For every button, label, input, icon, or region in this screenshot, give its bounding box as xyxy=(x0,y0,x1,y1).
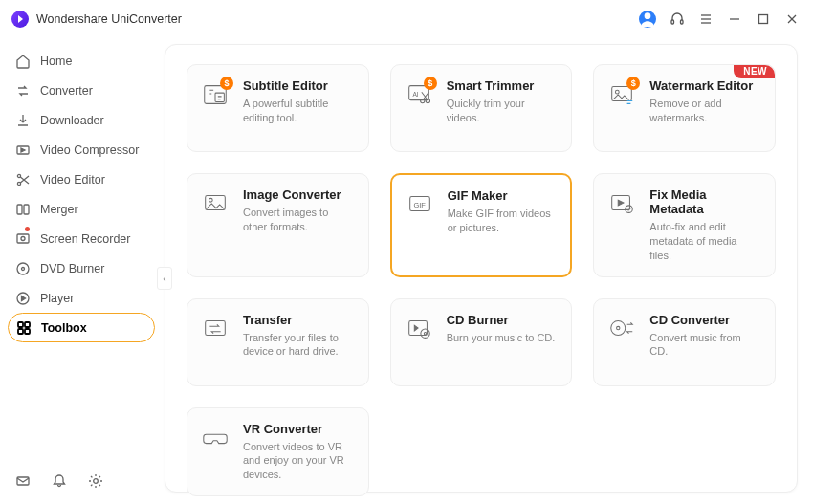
mail-icon[interactable] xyxy=(15,473,31,489)
tool-desc: Quickly trim your videos. xyxy=(447,97,557,125)
minimize-window-icon[interactable] xyxy=(727,11,742,27)
svg-rect-27 xyxy=(215,93,224,101)
toolbox-panel: ‹ $ Subtitle Editor A powerful subtitle … xyxy=(165,44,798,493)
svg-rect-21 xyxy=(25,322,30,327)
svg-rect-23 xyxy=(25,329,30,334)
svg-point-0 xyxy=(645,12,651,19)
svg-rect-15 xyxy=(17,234,29,243)
sidebar-item-downloader[interactable]: Downloader xyxy=(8,105,155,135)
svg-text:AI: AI xyxy=(412,91,418,98)
svg-rect-2 xyxy=(681,20,684,24)
sidebar-label: Video Editor xyxy=(40,173,105,186)
cd-converter-icon xyxy=(607,315,636,343)
new-badge: NEW xyxy=(734,65,775,78)
svg-point-42 xyxy=(421,329,429,338)
sidebar-item-recorder[interactable]: Screen Recorder xyxy=(8,224,155,253)
close-window-icon[interactable] xyxy=(784,11,800,27)
svg-rect-20 xyxy=(18,322,23,327)
watermark-icon: $ xyxy=(607,80,636,109)
tool-desc: Convert music from CD. xyxy=(649,331,759,360)
svg-rect-13 xyxy=(17,205,22,214)
tool-desc: Convert videos to VR and enjoy on your V… xyxy=(243,440,353,483)
svg-point-18 xyxy=(22,267,25,270)
recorder-icon xyxy=(15,231,31,247)
tool-title: Smart Trimmer xyxy=(447,78,557,93)
tool-desc: Remove or add watermarks. xyxy=(649,97,759,125)
sidebar-item-home[interactable]: Home xyxy=(8,46,155,76)
svg-rect-7 xyxy=(759,15,768,24)
scissors-icon xyxy=(15,172,31,187)
transfer-icon xyxy=(201,315,230,343)
sidebar-label: Player xyxy=(40,292,74,305)
maximize-window-icon[interactable] xyxy=(756,11,771,27)
sidebar-label: Home xyxy=(40,55,72,68)
tool-card-watermark-editor[interactable]: NEW $ Watermark Editor Remove or add wat… xyxy=(593,64,776,152)
tool-title: VR Converter xyxy=(243,422,353,436)
sidebar-item-merger[interactable]: Merger xyxy=(8,194,155,224)
user-avatar-icon[interactable] xyxy=(639,11,656,28)
converter-icon xyxy=(15,83,31,99)
sidebar-item-toolbox[interactable]: Toolbox xyxy=(8,313,155,342)
tool-card-gif-maker[interactable]: GIF GIF Maker Make GIF from videos or pi… xyxy=(390,173,573,277)
tool-title: GIF Maker xyxy=(448,188,556,203)
sidebar-item-dvdburner[interactable]: DVD Burner xyxy=(8,253,155,283)
svg-point-33 xyxy=(616,90,620,94)
svg-rect-22 xyxy=(18,329,23,334)
sidebar-label: DVD Burner xyxy=(40,262,104,275)
paid-badge-icon: $ xyxy=(626,77,640,90)
tool-card-transfer[interactable]: Transfer Transfer your files to device o… xyxy=(187,298,369,386)
tool-desc: Convert images to other formats. xyxy=(243,206,353,234)
metadata-icon xyxy=(607,189,636,218)
toolbox-icon xyxy=(16,320,32,336)
sidebar-item-editor[interactable]: Video Editor xyxy=(8,164,155,194)
tool-title: Image Converter xyxy=(243,187,353,202)
svg-rect-40 xyxy=(206,320,226,335)
svg-rect-14 xyxy=(24,205,29,214)
svg-point-12 xyxy=(17,182,20,185)
tool-card-fix-metadata[interactable]: Fix Media Metadata Auto-fix and edit met… xyxy=(593,173,776,277)
vr-icon xyxy=(201,424,230,452)
sidebar-label: Toolbox xyxy=(41,321,87,335)
tool-card-image-converter[interactable]: Image Converter Convert images to other … xyxy=(187,173,369,277)
svg-point-30 xyxy=(420,99,424,102)
svg-point-35 xyxy=(209,198,212,202)
tool-title: Transfer xyxy=(243,313,353,327)
tool-title: Watermark Editor xyxy=(649,78,759,93)
svg-point-44 xyxy=(611,320,626,335)
svg-point-11 xyxy=(17,174,20,177)
sidebar-item-converter[interactable]: Converter xyxy=(8,76,155,105)
tool-card-subtitle-editor[interactable]: $ Subtitle Editor A powerful subtitle ed… xyxy=(187,64,369,152)
tool-card-cd-burner[interactable]: CD Burner Burn your music to CD. xyxy=(390,298,573,386)
svg-point-25 xyxy=(94,479,99,484)
tool-card-smart-trimmer[interactable]: $ AI Smart Trimmer Quickly trim your vid… xyxy=(390,64,573,152)
merger-icon xyxy=(15,202,31,217)
titlebar: Wondershare UniConverter xyxy=(0,0,813,38)
tool-title: Subtitle Editor xyxy=(243,78,353,93)
sidebar-label: Video Compressor xyxy=(40,143,139,157)
play-icon xyxy=(15,291,31,306)
svg-point-43 xyxy=(424,332,426,334)
paid-badge-icon: $ xyxy=(424,77,437,90)
sidebar-item-compressor[interactable]: Video Compressor xyxy=(8,135,155,164)
trimmer-icon: $ AI xyxy=(405,80,433,109)
subtitle-icon: $ xyxy=(201,80,230,109)
support-headset-icon[interactable] xyxy=(670,11,685,27)
tool-card-cd-converter[interactable]: CD Converter Convert music from CD. xyxy=(593,298,776,386)
sidebar-item-player[interactable]: Player xyxy=(8,283,155,313)
gear-icon[interactable] xyxy=(88,473,103,489)
notification-dot-icon xyxy=(25,227,30,231)
gif-icon: GIF xyxy=(406,190,434,219)
compressor-icon xyxy=(15,142,31,158)
app-title: Wondershare UniConverter xyxy=(36,12,182,26)
bell-icon[interactable] xyxy=(52,473,67,489)
sidebar-label: Screen Recorder xyxy=(40,232,131,246)
tool-card-vr-converter[interactable]: VR Converter Convert videos to VR and en… xyxy=(187,407,369,497)
collapse-sidebar-handle[interactable]: ‹ xyxy=(157,267,172,290)
svg-rect-1 xyxy=(671,20,674,24)
sidebar-label: Merger xyxy=(40,203,78,216)
disc-icon xyxy=(15,261,31,276)
svg-point-17 xyxy=(17,263,29,274)
app-logo-icon xyxy=(11,11,29,28)
hamburger-menu-icon[interactable] xyxy=(698,11,714,27)
tool-desc: Auto-fix and edit metadata of media file… xyxy=(649,220,759,263)
